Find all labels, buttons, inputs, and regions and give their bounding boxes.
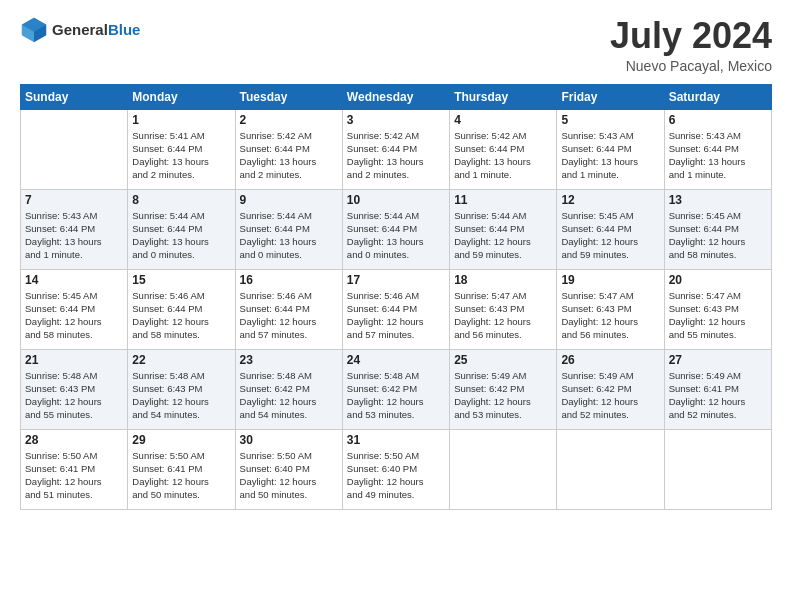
- day-info: Sunrise: 5:44 AMSunset: 6:44 PMDaylight:…: [454, 209, 552, 262]
- day-info: Sunrise: 5:47 AMSunset: 6:43 PMDaylight:…: [454, 289, 552, 342]
- logo-blue: Blue: [108, 21, 141, 38]
- day-info: Sunrise: 5:42 AMSunset: 6:44 PMDaylight:…: [347, 129, 445, 182]
- calendar-week-row: 7Sunrise: 5:43 AMSunset: 6:44 PMDaylight…: [21, 189, 772, 269]
- day-info: Sunrise: 5:41 AMSunset: 6:44 PMDaylight:…: [132, 129, 230, 182]
- day-info: Sunrise: 5:50 AMSunset: 6:41 PMDaylight:…: [25, 449, 123, 502]
- day-info: Sunrise: 5:49 AMSunset: 6:41 PMDaylight:…: [669, 369, 767, 422]
- day-number: 2: [240, 113, 338, 127]
- table-row: 14Sunrise: 5:45 AMSunset: 6:44 PMDayligh…: [21, 269, 128, 349]
- table-row: 5Sunrise: 5:43 AMSunset: 6:44 PMDaylight…: [557, 109, 664, 189]
- day-number: 16: [240, 273, 338, 287]
- day-info: Sunrise: 5:43 AMSunset: 6:44 PMDaylight:…: [669, 129, 767, 182]
- col-tuesday: Tuesday: [235, 84, 342, 109]
- day-number: 13: [669, 193, 767, 207]
- table-row: 4Sunrise: 5:42 AMSunset: 6:44 PMDaylight…: [450, 109, 557, 189]
- day-info: Sunrise: 5:46 AMSunset: 6:44 PMDaylight:…: [132, 289, 230, 342]
- day-info: Sunrise: 5:46 AMSunset: 6:44 PMDaylight:…: [347, 289, 445, 342]
- day-number: 10: [347, 193, 445, 207]
- month-year: July 2024: [610, 16, 772, 56]
- table-row: 1Sunrise: 5:41 AMSunset: 6:44 PMDaylight…: [128, 109, 235, 189]
- day-info: Sunrise: 5:49 AMSunset: 6:42 PMDaylight:…: [454, 369, 552, 422]
- calendar-week-row: 28Sunrise: 5:50 AMSunset: 6:41 PMDayligh…: [21, 429, 772, 509]
- day-number: 8: [132, 193, 230, 207]
- day-number: 12: [561, 193, 659, 207]
- day-number: 4: [454, 113, 552, 127]
- day-info: Sunrise: 5:44 AMSunset: 6:44 PMDaylight:…: [132, 209, 230, 262]
- calendar-table: Sunday Monday Tuesday Wednesday Thursday…: [20, 84, 772, 510]
- table-row: 21Sunrise: 5:48 AMSunset: 6:43 PMDayligh…: [21, 349, 128, 429]
- table-row: 11Sunrise: 5:44 AMSunset: 6:44 PMDayligh…: [450, 189, 557, 269]
- table-row: 16Sunrise: 5:46 AMSunset: 6:44 PMDayligh…: [235, 269, 342, 349]
- table-row: 31Sunrise: 5:50 AMSunset: 6:40 PMDayligh…: [342, 429, 449, 509]
- logo: GeneralBlue: [20, 16, 140, 44]
- table-row: 12Sunrise: 5:45 AMSunset: 6:44 PMDayligh…: [557, 189, 664, 269]
- col-friday: Friday: [557, 84, 664, 109]
- day-number: 15: [132, 273, 230, 287]
- table-row: [450, 429, 557, 509]
- col-wednesday: Wednesday: [342, 84, 449, 109]
- day-number: 30: [240, 433, 338, 447]
- day-info: Sunrise: 5:45 AMSunset: 6:44 PMDaylight:…: [669, 209, 767, 262]
- table-row: 20Sunrise: 5:47 AMSunset: 6:43 PMDayligh…: [664, 269, 771, 349]
- table-row: 9Sunrise: 5:44 AMSunset: 6:44 PMDaylight…: [235, 189, 342, 269]
- day-number: 29: [132, 433, 230, 447]
- day-number: 28: [25, 433, 123, 447]
- page: GeneralBlue July 2024 Nuevo Pacayal, Mex…: [0, 0, 792, 612]
- day-number: 23: [240, 353, 338, 367]
- table-row: 27Sunrise: 5:49 AMSunset: 6:41 PMDayligh…: [664, 349, 771, 429]
- day-info: Sunrise: 5:50 AMSunset: 6:41 PMDaylight:…: [132, 449, 230, 502]
- table-row: 19Sunrise: 5:47 AMSunset: 6:43 PMDayligh…: [557, 269, 664, 349]
- day-number: 5: [561, 113, 659, 127]
- day-info: Sunrise: 5:45 AMSunset: 6:44 PMDaylight:…: [561, 209, 659, 262]
- day-number: 31: [347, 433, 445, 447]
- day-number: 20: [669, 273, 767, 287]
- table-row: 17Sunrise: 5:46 AMSunset: 6:44 PMDayligh…: [342, 269, 449, 349]
- day-number: 27: [669, 353, 767, 367]
- day-info: Sunrise: 5:46 AMSunset: 6:44 PMDaylight:…: [240, 289, 338, 342]
- day-info: Sunrise: 5:47 AMSunset: 6:43 PMDaylight:…: [561, 289, 659, 342]
- day-info: Sunrise: 5:44 AMSunset: 6:44 PMDaylight:…: [240, 209, 338, 262]
- day-info: Sunrise: 5:48 AMSunset: 6:42 PMDaylight:…: [240, 369, 338, 422]
- day-number: 11: [454, 193, 552, 207]
- calendar-week-row: 14Sunrise: 5:45 AMSunset: 6:44 PMDayligh…: [21, 269, 772, 349]
- table-row: 18Sunrise: 5:47 AMSunset: 6:43 PMDayligh…: [450, 269, 557, 349]
- day-number: 21: [25, 353, 123, 367]
- day-info: Sunrise: 5:44 AMSunset: 6:44 PMDaylight:…: [347, 209, 445, 262]
- day-number: 17: [347, 273, 445, 287]
- day-info: Sunrise: 5:43 AMSunset: 6:44 PMDaylight:…: [25, 209, 123, 262]
- day-info: Sunrise: 5:45 AMSunset: 6:44 PMDaylight:…: [25, 289, 123, 342]
- day-number: 7: [25, 193, 123, 207]
- logo-text: GeneralBlue: [52, 22, 140, 39]
- day-number: 25: [454, 353, 552, 367]
- table-row: 3Sunrise: 5:42 AMSunset: 6:44 PMDaylight…: [342, 109, 449, 189]
- day-number: 14: [25, 273, 123, 287]
- table-row: [664, 429, 771, 509]
- title-block: July 2024 Nuevo Pacayal, Mexico: [610, 16, 772, 74]
- logo-icon: [20, 16, 48, 44]
- table-row: 13Sunrise: 5:45 AMSunset: 6:44 PMDayligh…: [664, 189, 771, 269]
- header: GeneralBlue July 2024 Nuevo Pacayal, Mex…: [20, 16, 772, 74]
- table-row: 15Sunrise: 5:46 AMSunset: 6:44 PMDayligh…: [128, 269, 235, 349]
- day-info: Sunrise: 5:50 AMSunset: 6:40 PMDaylight:…: [347, 449, 445, 502]
- day-info: Sunrise: 5:42 AMSunset: 6:44 PMDaylight:…: [454, 129, 552, 182]
- day-number: 1: [132, 113, 230, 127]
- table-row: 29Sunrise: 5:50 AMSunset: 6:41 PMDayligh…: [128, 429, 235, 509]
- day-number: 9: [240, 193, 338, 207]
- day-number: 18: [454, 273, 552, 287]
- col-sunday: Sunday: [21, 84, 128, 109]
- day-info: Sunrise: 5:42 AMSunset: 6:44 PMDaylight:…: [240, 129, 338, 182]
- day-number: 26: [561, 353, 659, 367]
- location: Nuevo Pacayal, Mexico: [610, 58, 772, 74]
- table-row: 8Sunrise: 5:44 AMSunset: 6:44 PMDaylight…: [128, 189, 235, 269]
- table-row: 24Sunrise: 5:48 AMSunset: 6:42 PMDayligh…: [342, 349, 449, 429]
- day-number: 3: [347, 113, 445, 127]
- table-row: 7Sunrise: 5:43 AMSunset: 6:44 PMDaylight…: [21, 189, 128, 269]
- day-info: Sunrise: 5:48 AMSunset: 6:43 PMDaylight:…: [132, 369, 230, 422]
- col-saturday: Saturday: [664, 84, 771, 109]
- table-row: 22Sunrise: 5:48 AMSunset: 6:43 PMDayligh…: [128, 349, 235, 429]
- day-info: Sunrise: 5:43 AMSunset: 6:44 PMDaylight:…: [561, 129, 659, 182]
- day-number: 19: [561, 273, 659, 287]
- table-row: 6Sunrise: 5:43 AMSunset: 6:44 PMDaylight…: [664, 109, 771, 189]
- calendar-week-row: 1Sunrise: 5:41 AMSunset: 6:44 PMDaylight…: [21, 109, 772, 189]
- table-row: 23Sunrise: 5:48 AMSunset: 6:42 PMDayligh…: [235, 349, 342, 429]
